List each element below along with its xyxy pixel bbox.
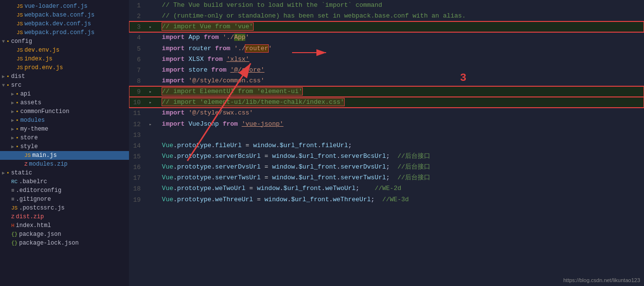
code-line: Vue.prototype.serverTwsUrl = window.$url… bbox=[154, 172, 644, 183]
line-number: 8 bbox=[129, 76, 147, 86]
sidebar-item-label: dev.env.js bbox=[24, 47, 59, 54]
sidebar-item-my-theme[interactable]: ▶ ▪ my-theme bbox=[0, 125, 129, 133]
html-icon: H bbox=[11, 223, 15, 229]
sidebar-item-webpack-prod[interactable]: JS webpack.prod.conf.js bbox=[0, 28, 129, 37]
sidebar-item-label: .postcssrc.js bbox=[19, 205, 65, 211]
sidebar-item-static[interactable]: ▶ ▪ static bbox=[0, 169, 129, 177]
code-line: import store from '@/store' bbox=[154, 65, 644, 76]
line-icon bbox=[147, 0, 154, 11]
sidebar-item-label: index.js bbox=[24, 56, 53, 62]
code-line: import '@/style/common.css' bbox=[154, 76, 644, 86]
js-icon: JS bbox=[17, 12, 23, 18]
line-number: 14 bbox=[129, 140, 147, 151]
sidebar-item-config[interactable]: ▼ ▪ config bbox=[0, 37, 129, 46]
line-number: 2 bbox=[129, 11, 147, 21]
line-icon bbox=[147, 108, 154, 118]
table-row: 12▸ import VueJsonp from 'vue-jsonp' bbox=[129, 119, 644, 130]
code-table: 1 // The Vue build version to load with … bbox=[129, 0, 644, 205]
table-row: 5 import router from './router' bbox=[129, 43, 644, 54]
sidebar-item-main-js[interactable]: JS main.js bbox=[0, 151, 129, 160]
sidebar-item-label: assets bbox=[20, 99, 41, 106]
code-line: import router from './router' bbox=[154, 43, 644, 54]
code-line: Vue.prototype.weThreeUrl = window.$url_f… bbox=[154, 194, 644, 205]
folder-icon: ▪ bbox=[16, 126, 19, 132]
line-number: 13 bbox=[129, 130, 147, 140]
sidebar-item-label: .editorconfig bbox=[16, 187, 62, 194]
sidebar-item-webpack-base[interactable]: JS webpack.base.conf.js bbox=[0, 11, 129, 19]
line-icon bbox=[147, 194, 154, 205]
sidebar-item-store[interactable]: ▶ ▪ store bbox=[0, 133, 129, 142]
code-line: import App from './App' bbox=[154, 32, 644, 43]
sidebar-item-dist[interactable]: ▶ ▪ dist bbox=[0, 72, 129, 81]
line-icon bbox=[147, 162, 154, 172]
sidebar-item-label: vue-loader.conf.js bbox=[24, 3, 88, 10]
js-icon: JS bbox=[17, 65, 23, 71]
line-icon: ▸ bbox=[147, 97, 154, 108]
code-line: // import Vue from 'vue' bbox=[154, 21, 644, 32]
js-icon: JS bbox=[17, 21, 23, 27]
line-number: 7 bbox=[129, 65, 147, 76]
sidebar-item-src[interactable]: ▼ ▪ src bbox=[0, 81, 129, 90]
folder-icon: ▪ bbox=[16, 91, 19, 97]
sidebar-item-label: index.html bbox=[16, 222, 51, 229]
sidebar-item-postcssrc[interactable]: JS .postcssrc.js bbox=[0, 204, 129, 212]
line-number: 1 bbox=[129, 0, 147, 11]
sidebar-item-label: main.js bbox=[32, 152, 56, 159]
sidebar-item-style[interactable]: ▶ ▪ style bbox=[0, 142, 129, 151]
table-row: 2 // (runtime-only or standalone) has be… bbox=[129, 11, 644, 21]
table-row: 3▸ // import Vue from 'vue' bbox=[129, 21, 644, 32]
line-number: 3 bbox=[129, 21, 147, 32]
sidebar-item-label: static bbox=[11, 170, 32, 176]
sidebar-item-dist-zip[interactable]: Z dist.zip bbox=[0, 212, 129, 221]
sidebar-item-label: package.json bbox=[19, 231, 61, 238]
line-number: 4 bbox=[129, 32, 147, 43]
sidebar-item-vue-loader[interactable]: JS vue-loader.conf.js bbox=[0, 2, 129, 11]
sidebar-item-label: dist bbox=[11, 73, 25, 80]
rc-icon: RC bbox=[11, 179, 18, 185]
sidebar-item-label: webpack.base.conf.js bbox=[24, 12, 94, 19]
json-icon: {} bbox=[11, 231, 18, 237]
line-number: 6 bbox=[129, 54, 147, 65]
table-row: 17 Vue.prototype.serverTwsUrl = window.$… bbox=[129, 172, 644, 183]
code-line: // import 'element-ui/lib/theme-chalk/in… bbox=[154, 97, 644, 108]
sidebar-item-assets[interactable]: ▶ ▪ assets bbox=[0, 98, 129, 107]
sidebar-item-package-json[interactable]: {} package.json bbox=[0, 230, 129, 239]
table-row: 8 import '@/style/common.css' bbox=[129, 76, 644, 86]
code-line: Vue.prototype.weTwoUrl = window.$url_fro… bbox=[154, 183, 644, 194]
watermark: https://blog.csdn.net/likuntao123 bbox=[563, 277, 640, 283]
sidebar-item-label: modules bbox=[20, 117, 45, 124]
sidebar-item-commonfunction[interactable]: ▶ ▪ commonFunction bbox=[0, 107, 129, 116]
code-line: // (runtime-only or standalone) has been… bbox=[154, 11, 644, 21]
sidebar-item-package-lock[interactable]: {} package-lock.json bbox=[0, 239, 129, 248]
sidebar-item-label: webpack.dev.conf.js bbox=[24, 20, 91, 27]
line-number: 19 bbox=[129, 194, 147, 205]
sidebar-item-index-js[interactable]: JS index.js bbox=[0, 55, 129, 63]
sidebar-item-label: modules.zip bbox=[29, 161, 68, 168]
sidebar-item-api[interactable]: ▶ ▪ api bbox=[0, 90, 129, 98]
code-line: Vue.prototype.serverDvsUrl = window.$url… bbox=[154, 162, 644, 172]
sidebar-item-label: my-theme bbox=[20, 126, 49, 133]
zip-icon: Z bbox=[11, 214, 15, 220]
sidebar-item-label: commonFunction bbox=[20, 108, 70, 115]
line-icon bbox=[147, 183, 154, 194]
line-number: 15 bbox=[129, 151, 147, 162]
table-row: 13 bbox=[129, 130, 644, 140]
json-icon: {} bbox=[11, 240, 18, 246]
sidebar-item-babelrc[interactable]: RC .babelrc bbox=[0, 177, 129, 186]
table-row: 7 import store from '@/store' bbox=[129, 65, 644, 76]
sidebar-item-index-html[interactable]: H index.html bbox=[0, 221, 129, 230]
table-row: 10▸ // import 'element-ui/lib/theme-chal… bbox=[129, 97, 644, 108]
sidebar-item-modules-zip[interactable]: Z modules.zip bbox=[0, 160, 129, 169]
sidebar-item-label: webpack.prod.conf.js bbox=[24, 29, 94, 36]
sidebar-item-dev-env[interactable]: JS dev.env.js bbox=[0, 46, 129, 55]
line-icon bbox=[147, 151, 154, 162]
sidebar-item-editorconfig[interactable]: ≡ .editorconfig bbox=[0, 186, 129, 195]
js-icon: JS bbox=[17, 56, 23, 62]
line-number: 9 bbox=[129, 86, 147, 97]
folder-icon: ▪ bbox=[16, 117, 19, 123]
sidebar-item-prod-env[interactable]: JS prod.env.js bbox=[0, 63, 129, 72]
sidebar-item-gitignore[interactable]: ≡ .gitignore bbox=[0, 195, 129, 204]
folder-icon: ▪ bbox=[16, 144, 19, 150]
sidebar-item-modules[interactable]: ▶ ▪ modules bbox=[0, 116, 129, 125]
sidebar-item-webpack-dev[interactable]: JS webpack.dev.conf.js bbox=[0, 19, 129, 28]
